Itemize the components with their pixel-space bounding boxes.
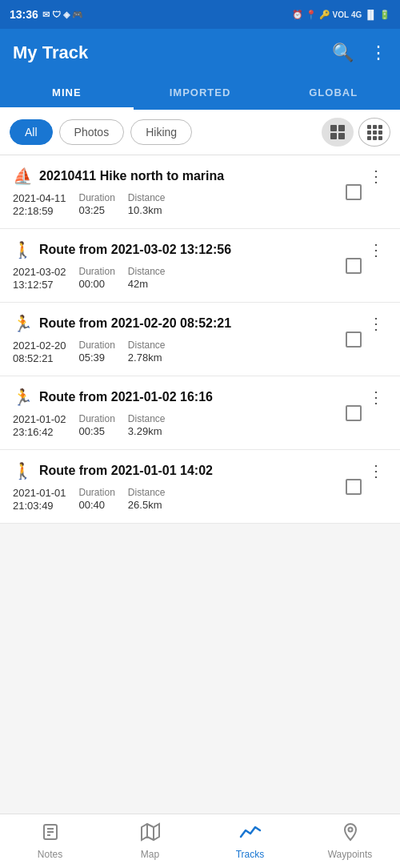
track-duration-col: Duration 00:35 [79,413,115,438]
tracks-icon [239,822,262,846]
duration-label: Duration [79,340,115,351]
track-duration: 00:40 [79,499,115,511]
distance-label: Distance [128,340,166,351]
track-distance-col: Distance 26.5km [128,487,166,512]
track-title: Route from 2021-02-20 08:52:21 [39,316,358,331]
nav-item-tracks[interactable]: Tracks [200,822,300,860]
track-duration-col: Duration 00:40 [79,487,115,512]
track-checkbox[interactable] [346,332,362,348]
tab-mine[interactable]: MINE [0,77,134,108]
dots-view-button[interactable] [358,118,390,147]
track-distance-col: Distance 2.78km [128,340,166,364]
track-duration-col: Duration 00:00 [79,266,115,291]
grid-view-button[interactable] [322,118,354,147]
walk-icon: 🚶 [13,240,33,259]
track-item[interactable]: 🚶 Route from 2021-03-02 13:12:56 ⋮ 2021-… [0,229,400,303]
map-icon [141,822,160,846]
track-date: 2021-02-20 [13,340,66,352]
track-distance: 3.29km [128,425,166,437]
track-item[interactable]: 🚶 Route from 2021-01-01 14:02 ⋮ 2021-01-… [0,450,400,524]
track-time: 23:16:42 [13,426,66,438]
duration-label: Duration [79,192,115,203]
filter-hiking[interactable]: Hiking [130,119,192,145]
track-duration-col: Duration 03:25 [79,192,115,217]
track-checkbox[interactable] [346,479,362,495]
track-date: 2021-01-02 [13,413,66,425]
track-checkbox[interactable] [346,405,362,421]
track-item[interactable]: ⛵ 20210411 Hike north to marina ⋮ 2021-0… [0,155,400,229]
nav-item-notes[interactable]: Notes [0,822,100,860]
track-menu-icon[interactable]: ⋮ [365,461,387,480]
nav-item-map[interactable]: Map [100,822,200,860]
track-menu-icon[interactable]: ⋮ [365,388,387,407]
track-menu-icon[interactable]: ⋮ [365,167,387,186]
track-time: 21:03:49 [13,500,66,512]
waypoints-label: Waypoints [328,849,373,860]
track-item[interactable]: 🏃 Route from 2021-02-20 08:52:21 ⋮ 2021-… [0,303,400,376]
track-date: 2021-03-02 [13,266,66,278]
distance-label: Distance [128,487,166,498]
bottom-nav: Notes Map Tracks Waypoints [0,814,400,868]
walk-icon: 🚶 [13,461,33,480]
track-checkbox[interactable] [346,258,362,274]
distance-label: Distance [128,192,166,203]
tab-bar: MINE IMPORTED GLOBAL [0,77,400,110]
track-duration: 00:35 [79,425,115,437]
distance-label: Distance [128,266,166,277]
track-distance-col: Distance 3.29km [128,413,166,438]
message-icon: ✉ [42,10,50,20]
tracks-label: Tracks [236,849,265,860]
dots-grid-icon [367,125,382,140]
key-icon: 🔑 [319,10,330,20]
track-distance: 10.3km [128,204,166,216]
track-title: 20210411 Hike north to marina [39,169,358,183]
tab-global[interactable]: GLOBAL [266,77,400,108]
run-icon: 🏃 [13,314,33,333]
track-date-col: 2021-03-02 13:12:57 [13,266,66,291]
track-list: ⛵ 20210411 Hike north to marina ⋮ 2021-0… [0,155,400,524]
battery-icon: 🔋 [379,10,390,20]
boat-icon: ⛵ [13,167,33,186]
network-icon: 4G [351,10,362,19]
track-date-col: 2021-01-02 23:16:42 [13,413,66,438]
filter-photos[interactable]: Photos [59,119,125,145]
vol-indicator: VOL [333,10,350,19]
track-duration: 00:00 [79,278,115,290]
track-distance: 42m [128,278,166,290]
track-title: Route from 2021-03-02 13:12:56 [39,243,358,257]
filter-all[interactable]: All [10,119,53,145]
track-menu-icon[interactable]: ⋮ [365,240,387,259]
track-menu-icon[interactable]: ⋮ [365,314,387,333]
track-distance: 2.78km [128,352,166,364]
svg-marker-4 [142,824,159,840]
more-options-icon[interactable]: ⋮ [370,42,387,63]
notes-icon [41,822,60,846]
app-bar: My Track 🔍 ⋮ [0,29,400,77]
track-time: 22:18:59 [13,205,66,217]
nav-item-waypoints[interactable]: Waypoints [300,822,400,860]
track-checkbox[interactable] [346,184,362,200]
map-label: Map [141,849,159,860]
track-distance-col: Distance 42m [128,266,166,291]
track-item[interactable]: 🏃 Route from 2021-01-02 16:16 ⋮ 2021-01-… [0,376,400,450]
duration-label: Duration [79,487,115,498]
track-duration-col: Duration 05:39 [79,340,115,364]
duration-label: Duration [79,266,115,277]
track-duration: 03:25 [79,204,115,216]
alarm-icon: ⏰ [292,10,303,20]
game-icon: 🎮 [72,10,83,20]
duration-label: Duration [79,413,115,424]
track-distance: 26.5km [128,499,166,511]
waypoints-icon [341,822,360,846]
distance-label: Distance [128,413,166,424]
view-toggle [322,118,390,147]
track-title: Route from 2021-01-01 14:02 [39,464,358,478]
notes-label: Notes [38,849,62,860]
track-date-col: 2021-01-01 21:03:49 [13,487,66,512]
track-title: Route from 2021-01-02 16:16 [39,390,358,404]
filter-bar: All Photos Hiking [0,110,400,155]
track-date-col: 2021-04-11 22:18:59 [13,192,66,217]
track-date: 2021-04-11 [13,192,66,204]
tab-imported[interactable]: IMPORTED [134,77,267,108]
search-icon[interactable]: 🔍 [332,42,354,63]
